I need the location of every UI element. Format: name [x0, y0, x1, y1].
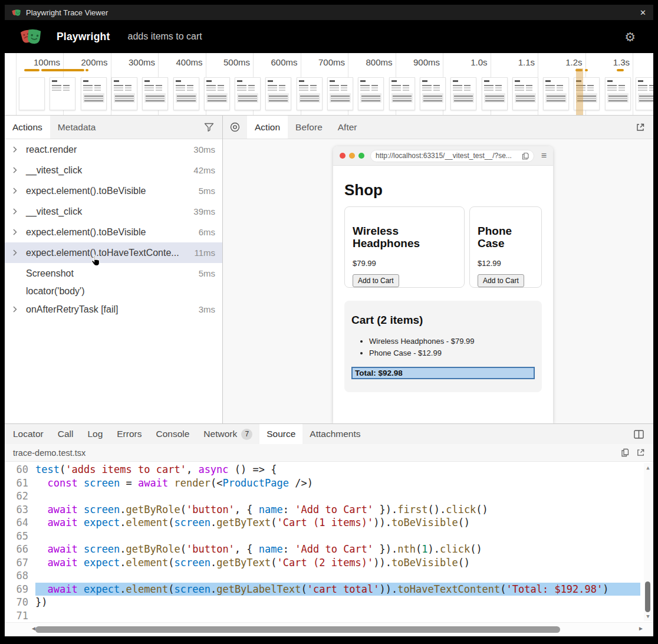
window-titlebar: Playwright Trace Viewer ✕: [5, 5, 653, 20]
code-line: 71: [5, 609, 653, 623]
tab-after[interactable]: After: [330, 116, 365, 139]
tab-actions[interactable]: Actions: [5, 116, 50, 139]
film-frame[interactable]: [358, 77, 384, 110]
chevron-right-icon[interactable]: [13, 146, 26, 153]
chevron-right-icon[interactable]: [13, 306, 26, 313]
tab-errors[interactable]: Errors: [110, 424, 149, 444]
tab-call[interactable]: Call: [51, 424, 81, 444]
chevron-right-icon[interactable]: [13, 167, 26, 173]
add-to-cart-button[interactable]: Add to Cart: [478, 274, 524, 287]
chevron-right-icon[interactable]: [13, 188, 26, 194]
action-row[interactable]: __vitest_click39ms: [5, 201, 222, 222]
mini-col: [607, 84, 617, 91]
scroll-up-icon[interactable]: ▲: [644, 465, 652, 471]
timeline[interactable]: 100ms200ms300ms400ms500ms600ms700ms800ms…: [5, 53, 653, 116]
film-frame[interactable]: [142, 77, 168, 110]
film-frame[interactable]: [111, 77, 137, 110]
timeline-tick-label: 600ms: [271, 57, 300, 67]
close-icon[interactable]: ✕: [640, 8, 646, 17]
action-row[interactable]: expect.element().toBeVisible5ms: [5, 180, 222, 201]
browser-chrome: http://localhost:63315/__vitest_test__/?…: [333, 146, 553, 166]
vertical-scroll-thumb[interactable]: [645, 581, 650, 612]
browser-dot-green: [358, 153, 364, 159]
scroll-down-icon[interactable]: ▼: [644, 613, 652, 619]
code-line: 64 await expect.element(screen.getByText…: [5, 516, 653, 530]
open-source-icon[interactable]: [636, 448, 645, 457]
action-row[interactable]: react.render30ms: [5, 139, 222, 160]
film-frame[interactable]: [450, 77, 476, 110]
action-row[interactable]: __vitest_click42ms: [5, 160, 222, 180]
copy-url-icon[interactable]: [522, 152, 529, 160]
action-row[interactable]: expect.element().toBeVisible6ms: [5, 222, 222, 242]
tab-attachments[interactable]: Attachments: [302, 424, 367, 444]
panel-layout-icon[interactable]: [634, 424, 653, 444]
add-to-cart-button[interactable]: Add to Cart: [353, 274, 399, 287]
horizontal-scroll-thumb[interactable]: [35, 626, 560, 633]
chevron-right-icon[interactable]: [13, 229, 26, 235]
film-frame[interactable]: [574, 77, 600, 110]
tab-log[interactable]: Log: [80, 424, 110, 444]
shop-heading: Shop: [344, 181, 542, 199]
pick-locator-icon[interactable]: [223, 116, 247, 139]
mini-products: [638, 84, 653, 91]
tab-source[interactable]: Source: [259, 424, 302, 444]
open-snapshot-icon[interactable]: [636, 123, 645, 132]
mini-cart: [607, 93, 629, 103]
tab-console[interactable]: Console: [149, 424, 196, 444]
code-vertical-scrollbar[interactable]: ▲ ▼: [644, 463, 652, 621]
cart-heading: Cart (2 items): [351, 314, 535, 327]
tab-locator[interactable]: Locator: [6, 424, 51, 444]
mini-cart: [545, 93, 567, 103]
action-row[interactable]: Screenshot5ms: [5, 263, 222, 284]
film-frame[interactable]: [297, 77, 323, 110]
action-row[interactable]: onAfterRetryTask [fail]3ms: [5, 299, 222, 320]
film-frame[interactable]: [19, 77, 45, 110]
mini-products: [330, 84, 351, 91]
tab-label: Errors: [117, 429, 142, 439]
film-frame[interactable]: [173, 77, 199, 110]
actions-tabbar: ActionsMetadata: [5, 116, 222, 139]
copy-source-icon[interactable]: [621, 448, 629, 457]
film-frame[interactable]: [543, 77, 569, 110]
film-frame[interactable]: [605, 77, 631, 110]
filter-icon[interactable]: [204, 123, 214, 132]
mini-products: [206, 84, 228, 91]
chevron-right-icon[interactable]: [13, 249, 26, 256]
scroll-right-icon[interactable]: ►: [638, 625, 644, 632]
gear-icon[interactable]: ⚙: [624, 31, 636, 43]
tab-action[interactable]: Action: [247, 116, 288, 139]
film-frame[interactable]: [81, 77, 107, 110]
film-frame[interactable]: [327, 77, 353, 110]
source-code: 60test('adds items to cart', async () =>…: [5, 462, 653, 622]
tab-label: Locator: [13, 429, 44, 439]
chevron-right-icon[interactable]: [13, 208, 26, 215]
mini-title: [237, 80, 242, 82]
code-line: 63 await screen.getByRole('button', { na…: [5, 503, 653, 517]
mini-col: [156, 84, 162, 91]
window-title: Playwright Trace Viewer: [26, 8, 108, 17]
line-number: 64: [5, 516, 28, 530]
tab-metadata[interactable]: Metadata: [50, 116, 104, 139]
film-frame[interactable]: [636, 77, 653, 110]
action-row[interactable]: expect.element().toHaveTextConte...11ms: [5, 242, 222, 263]
product-name: Phone Case: [478, 225, 534, 250]
timeline-action-bar: [575, 69, 583, 71]
film-frame[interactable]: [482, 77, 508, 110]
snapshot-tabbar: ActionBeforeAfter: [223, 116, 653, 139]
film-frame[interactable]: [204, 77, 230, 110]
film-frame[interactable]: [50, 77, 75, 110]
film-frame[interactable]: [420, 77, 446, 110]
tab-network[interactable]: Network7: [196, 424, 259, 444]
code-line: 60test('adds items to cart', async () =>…: [5, 463, 653, 477]
film-frame[interactable]: [389, 77, 415, 110]
cart-section: Cart (2 items) Wireless Headphones - $79…: [344, 301, 542, 392]
action-duration: 39ms: [193, 206, 222, 216]
code-line: 70}): [5, 596, 653, 609]
code-horizontal-scrollbar[interactable]: ◄ ►: [5, 622, 653, 636]
film-frame[interactable]: [512, 77, 538, 110]
tab-before[interactable]: Before: [288, 116, 330, 139]
mini-col: [279, 84, 285, 91]
film-frame[interactable]: [265, 77, 291, 110]
film-frame[interactable]: [235, 77, 261, 110]
action-label: onAfterRetryTask [fail]: [26, 304, 119, 315]
